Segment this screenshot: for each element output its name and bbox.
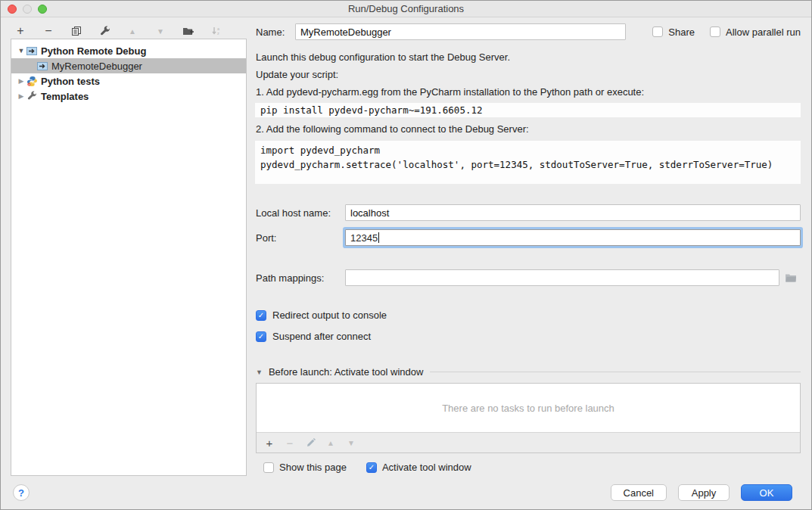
new-folder-icon	[182, 26, 194, 36]
activate-tool-window-label: Activate tool window	[382, 462, 471, 473]
folder-icon	[785, 273, 797, 283]
plus-icon: +	[17, 24, 23, 38]
remote-debug-config-icon	[36, 61, 48, 71]
text-caret	[378, 232, 379, 243]
run-debug-configurations-dialog: Run/Debug Configurations + − ▲ ▼ az ▼ Py…	[0, 0, 812, 510]
port-input[interactable]: 12345	[345, 229, 801, 246]
add-configuration-button[interactable]: +	[12, 23, 29, 39]
before-launch-section-header[interactable]: ▼ Before launch: Activate tool window	[256, 366, 801, 378]
tree-item-myremotedebugger[interactable]: MyRemoteDebugger	[11, 58, 246, 73]
edit-task-button[interactable]	[303, 436, 317, 449]
sort-az-icon: az	[211, 26, 222, 36]
path-mappings-input[interactable]	[345, 269, 779, 286]
wrench-icon	[99, 26, 110, 37]
redirect-output-checkbox[interactable]	[256, 310, 266, 321]
suspend-after-connect-label: Suspend after connect	[272, 331, 371, 342]
name-input[interactable]	[295, 23, 626, 40]
share-checkbox[interactable]	[652, 26, 663, 37]
before-launch-empty-text: There are no tasks to run before launch	[257, 384, 800, 432]
move-up-button[interactable]: ▲	[124, 23, 141, 39]
move-down-icon: ▼	[157, 27, 164, 36]
name-label: Name:	[256, 26, 295, 38]
minus-icon: −	[45, 24, 51, 38]
activate-tool-window-checkbox-item[interactable]: Activate tool window	[366, 462, 471, 473]
tree-item-label: Templates	[41, 91, 89, 102]
tree-item-label: Python Remote Debug	[41, 45, 146, 57]
section-divider	[430, 372, 801, 372]
pip-install-code: pip install pydevd-pycharm~=191.6605.12	[255, 103, 801, 117]
sort-configurations-button[interactable]: az	[208, 23, 225, 39]
show-this-page-label: Show this page	[279, 462, 347, 473]
move-task-down-button[interactable]: ▼	[344, 436, 358, 449]
allow-parallel-run-checkbox[interactable]	[710, 26, 720, 37]
redirect-output-checkbox-item[interactable]: Redirect output to console	[256, 309, 801, 321]
before-launch-task-list: There are no tasks to run before launch …	[256, 383, 801, 453]
port-label: Port:	[256, 232, 345, 244]
redirect-output-label: Redirect output to console	[272, 309, 387, 321]
activate-tool-window-checkbox[interactable]	[366, 462, 377, 473]
svg-text:z: z	[217, 31, 219, 36]
share-checkbox-item[interactable]: Share	[652, 26, 695, 38]
python-tests-icon	[26, 76, 38, 86]
cancel-button[interactable]: Cancel	[611, 484, 667, 501]
settrace-code-line-1: import pydevd_pycharm	[260, 143, 795, 157]
help-button[interactable]: ?	[13, 484, 30, 501]
dialog-buttons: Cancel Apply OK	[611, 484, 792, 501]
step-1-text: 1. Add pydevd-pycharm.egg from the PyCha…	[256, 83, 801, 101]
title-bar: Run/Debug Configurations	[1, 1, 811, 17]
remove-configuration-button[interactable]: −	[40, 23, 57, 39]
window-title: Run/Debug Configurations	[1, 3, 811, 14]
tree-item-python-tests[interactable]: ▶ Python tests	[11, 73, 246, 89]
ok-button[interactable]: OK	[741, 484, 792, 501]
move-up-icon: ▲	[129, 27, 136, 36]
collapse-arrow-icon[interactable]: ▶	[17, 77, 26, 85]
allow-parallel-run-checkbox-item[interactable]: Allow parallel run	[710, 26, 801, 38]
configurations-tree: ▼ Python Remote Debug MyRemoteDebugger ▶…	[11, 39, 247, 476]
move-down-button[interactable]: ▼	[152, 23, 169, 39]
configurations-toolbar: + − ▲ ▼ az	[12, 23, 236, 39]
remove-task-button[interactable]: −	[283, 436, 297, 449]
local-host-name-input[interactable]	[345, 204, 801, 221]
tree-item-templates[interactable]: ▶ Templates	[11, 89, 246, 104]
edit-templates-button[interactable]	[96, 23, 113, 39]
templates-wrench-icon	[26, 91, 38, 101]
share-label: Share	[668, 26, 695, 38]
intro-line-1: Launch this debug configuration to start…	[256, 48, 801, 66]
section-collapse-icon[interactable]: ▼	[256, 369, 263, 376]
plus-icon: +	[266, 437, 273, 449]
tree-item-python-remote-debug[interactable]: ▼ Python Remote Debug	[11, 43, 246, 58]
before-launch-toolbar: + − ▲ ▼	[257, 432, 800, 452]
copy-icon	[71, 26, 82, 36]
local-host-name-label: Local host name:	[256, 207, 345, 219]
create-folder-button[interactable]	[180, 23, 197, 39]
show-this-page-checkbox-item[interactable]: Show this page	[263, 462, 347, 473]
apply-button[interactable]: Apply	[678, 484, 730, 501]
pencil-icon	[306, 438, 316, 448]
collapse-arrow-icon[interactable]: ▶	[17, 92, 26, 100]
move-task-up-button[interactable]: ▲	[324, 436, 338, 449]
add-task-button[interactable]: +	[263, 436, 276, 449]
configuration-form: Name: Share Allow parallel run Launch th…	[256, 23, 801, 473]
minus-icon: −	[287, 437, 294, 449]
step-2-text: 2. Add the following command to connect …	[256, 120, 801, 138]
port-value: 12345	[350, 232, 378, 244]
settrace-code-line-2: pydevd_pycharm.settrace('localhost', por…	[260, 157, 795, 172]
browse-path-mappings-button[interactable]	[781, 269, 801, 286]
path-mappings-label: Path mappings:	[256, 272, 345, 284]
suspend-after-connect-checkbox-item[interactable]: Suspend after connect	[256, 331, 801, 342]
intro-line-2: Update your script:	[256, 66, 801, 83]
show-this-page-checkbox[interactable]	[263, 462, 274, 473]
copy-configuration-button[interactable]	[68, 23, 85, 39]
move-up-icon: ▲	[327, 439, 334, 447]
help-icon: ?	[18, 487, 24, 499]
tree-item-label: Python tests	[41, 76, 100, 87]
before-launch-title: Before launch: Activate tool window	[269, 366, 424, 378]
move-down-icon: ▼	[347, 439, 355, 447]
suspend-after-connect-checkbox[interactable]	[256, 331, 266, 342]
settrace-code-block: import pydevd_pycharm pydevd_pycharm.set…	[255, 141, 801, 184]
allow-parallel-run-label: Allow parallel run	[726, 26, 801, 38]
tree-item-label: MyRemoteDebugger	[51, 61, 142, 72]
expand-arrow-icon[interactable]: ▼	[17, 47, 26, 54]
remote-debug-config-icon	[26, 45, 38, 56]
